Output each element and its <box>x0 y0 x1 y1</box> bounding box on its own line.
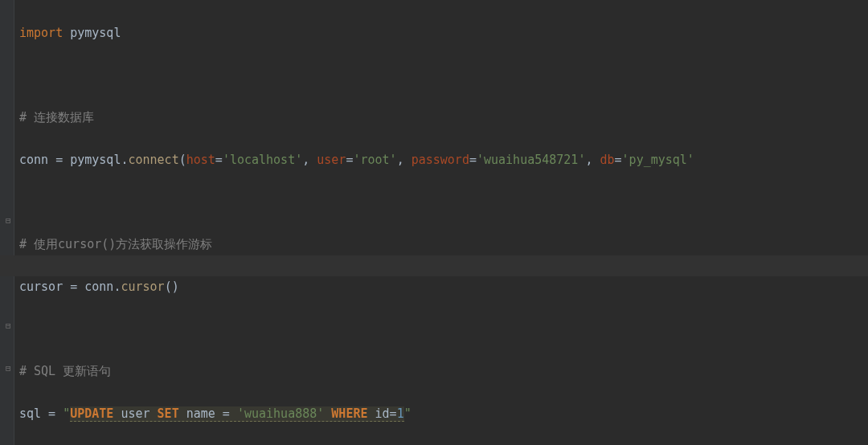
comment: # SQL 更新语句 <box>19 364 111 378</box>
blank-line <box>19 65 868 86</box>
var-conn: conn <box>19 153 48 167</box>
editor-gutter: ⊟ ⊟ ⊟ <box>0 0 14 445</box>
fold-icon[interactable]: ⊟ <box>6 321 11 330</box>
comment: # 连接数据库 <box>19 110 94 125</box>
comment: # 使用cursor()方法获取操作游标 <box>19 237 212 251</box>
module-name: pymysql <box>70 26 121 40</box>
keyword-import: import <box>19 26 63 40</box>
func-connect: connect <box>128 153 178 167</box>
var-cursor: cursor <box>19 280 63 294</box>
fold-icon[interactable]: ⊟ <box>6 364 11 373</box>
var-sql: sql <box>19 406 41 421</box>
func-cursor: cursor <box>121 280 164 294</box>
fold-icon[interactable]: ⊟ <box>6 216 11 225</box>
code-editor[interactable]: import pymysql # 连接数据库 conn = pymysql.co… <box>19 2 868 445</box>
